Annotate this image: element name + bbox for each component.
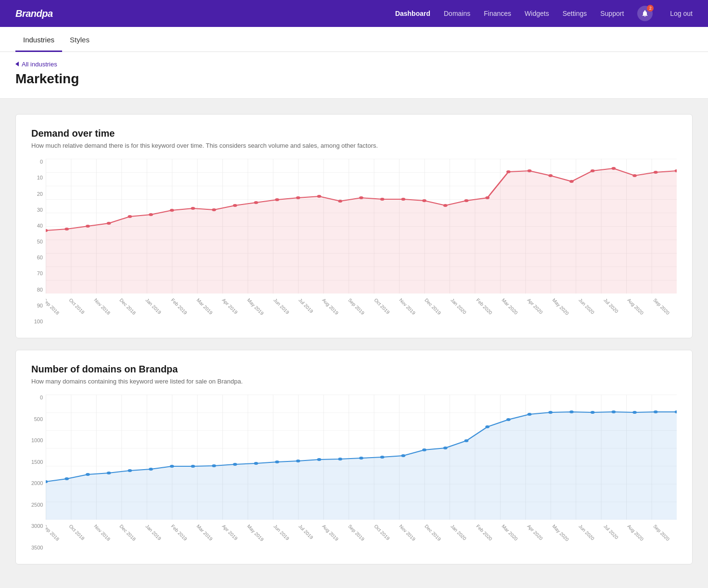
svg-point-25 <box>548 174 553 177</box>
svg-point-41 <box>212 464 216 467</box>
svg-point-8 <box>191 207 195 210</box>
svg-point-58 <box>569 410 574 413</box>
brand-logo[interactable]: Brandpa <box>15 8 53 19</box>
demand-y-axis: 100 90 80 70 60 50 40 30 20 10 0 <box>31 159 46 324</box>
logout-button[interactable]: Log out <box>670 10 693 17</box>
svg-point-34 <box>64 477 69 480</box>
domains-chart-card: Number of domains on Brandpa How many do… <box>15 350 693 564</box>
domains-chart-desc: How many domains containing this keyword… <box>31 378 677 385</box>
svg-point-40 <box>191 465 195 468</box>
nav-widgets[interactable]: Widgets <box>525 10 549 17</box>
demand-chart-title: Demand over time <box>31 128 677 139</box>
svg-point-30 <box>654 171 658 174</box>
svg-point-37 <box>128 469 132 472</box>
page-title: Marketing <box>15 71 693 87</box>
svg-point-56 <box>528 413 532 416</box>
svg-point-50 <box>401 454 406 457</box>
svg-point-59 <box>591 411 595 414</box>
svg-point-23 <box>506 170 511 173</box>
svg-point-27 <box>591 169 595 172</box>
domains-y-axis: 3500 3000 2500 2000 1500 1000 500 0 <box>31 395 46 550</box>
page-header: All industries Marketing <box>0 52 708 99</box>
tab-industries[interactable]: Industries <box>15 27 62 52</box>
svg-point-57 <box>548 411 553 414</box>
svg-point-35 <box>86 473 90 476</box>
svg-point-39 <box>170 465 174 468</box>
svg-point-55 <box>506 418 511 421</box>
svg-point-44 <box>275 460 279 463</box>
chevron-left-icon <box>15 62 19 66</box>
svg-point-42 <box>233 463 237 466</box>
svg-point-52 <box>443 447 448 449</box>
svg-point-18 <box>401 198 406 201</box>
svg-point-60 <box>612 410 616 413</box>
svg-point-54 <box>485 425 489 428</box>
domains-x-axis: Sep 2018 Oct 2018 Nov 2018 Dec 2018 Jan … <box>46 522 677 550</box>
svg-point-12 <box>275 198 279 201</box>
notification-bell[interactable]: 2 <box>637 6 653 21</box>
svg-point-2 <box>64 228 69 230</box>
svg-point-49 <box>380 456 385 459</box>
svg-point-5 <box>128 215 132 218</box>
svg-point-46 <box>317 458 322 461</box>
svg-point-17 <box>380 198 385 201</box>
tab-styles[interactable]: Styles <box>62 27 97 52</box>
nav-finances[interactable]: Finances <box>484 10 511 17</box>
svg-point-16 <box>359 196 363 199</box>
svg-point-9 <box>212 208 216 211</box>
svg-point-11 <box>254 201 258 204</box>
domains-svg <box>46 395 677 520</box>
svg-point-13 <box>296 196 300 199</box>
svg-point-26 <box>569 180 574 183</box>
svg-point-6 <box>149 213 153 216</box>
demand-chart-desc: How much relative demand there is for th… <box>31 142 677 149</box>
svg-point-21 <box>464 199 469 202</box>
nav-settings[interactable]: Settings <box>563 10 587 17</box>
svg-point-19 <box>422 199 426 202</box>
svg-point-3 <box>86 225 90 228</box>
navbar: Brandpa Dashboard Domains Finances Widge… <box>0 0 708 27</box>
nav-support[interactable]: Support <box>600 10 624 17</box>
nav-domains[interactable]: Domains <box>444 10 470 17</box>
svg-point-14 <box>317 195 322 198</box>
svg-point-22 <box>485 196 489 199</box>
breadcrumb-label: All industries <box>22 61 57 68</box>
main-content: Demand over time How much relative deman… <box>0 99 708 580</box>
svg-point-24 <box>528 169 532 172</box>
notification-badge: 2 <box>647 5 654 12</box>
demand-chart-area: 100 90 80 70 60 50 40 30 20 10 0 <box>31 159 677 324</box>
demand-svg <box>46 159 677 294</box>
svg-point-38 <box>149 468 153 471</box>
svg-point-61 <box>632 411 637 414</box>
brand-name: Brandpa <box>15 8 53 19</box>
demand-chart-card: Demand over time How much relative deman… <box>15 114 693 338</box>
svg-point-4 <box>107 222 111 225</box>
svg-point-53 <box>464 439 469 442</box>
demand-chart-body: Sep 2018 Oct 2018 Nov 2018 Dec 2018 Jan … <box>46 159 677 324</box>
svg-point-62 <box>654 410 658 413</box>
svg-point-10 <box>233 204 237 207</box>
svg-point-15 <box>338 200 342 203</box>
nav-links: Dashboard Domains Finances Widgets Setti… <box>395 6 693 21</box>
breadcrumb-link[interactable]: All industries <box>15 61 57 68</box>
svg-point-48 <box>359 457 363 460</box>
domains-chart-area: 3500 3000 2500 2000 1500 1000 500 0 <box>31 395 677 550</box>
svg-point-43 <box>254 462 258 465</box>
tabs-bar: Industries Styles <box>0 27 708 52</box>
svg-point-45 <box>296 460 300 462</box>
svg-point-51 <box>422 448 426 451</box>
domains-chart-body: Sep 2018 Oct 2018 Nov 2018 Dec 2018 Jan … <box>46 395 677 550</box>
nav-dashboard[interactable]: Dashboard <box>395 10 430 17</box>
svg-point-36 <box>107 472 111 474</box>
svg-point-47 <box>338 458 342 460</box>
svg-point-29 <box>632 174 637 177</box>
domains-chart-title: Number of domains on Brandpa <box>31 364 677 375</box>
svg-point-7 <box>170 209 174 212</box>
svg-point-20 <box>443 204 448 207</box>
demand-x-axis: Sep 2018 Oct 2018 Nov 2018 Dec 2018 Jan … <box>46 295 677 324</box>
svg-point-28 <box>612 167 616 170</box>
